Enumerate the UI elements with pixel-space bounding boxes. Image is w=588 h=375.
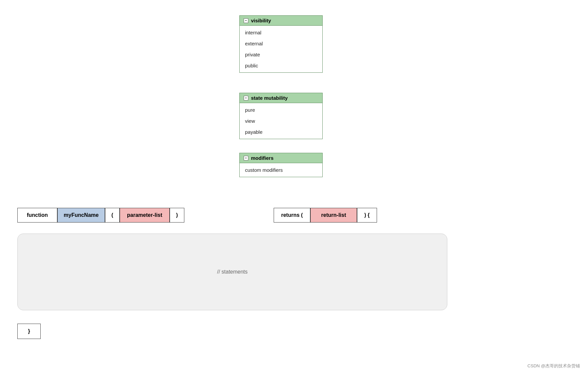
token-returns: returns ( bbox=[274, 208, 310, 223]
list-item: payable bbox=[240, 126, 322, 137]
modifiers-body: custom modifiers bbox=[240, 163, 322, 177]
token-funcname: myFuncName bbox=[57, 208, 105, 223]
token-close-paren: ) bbox=[170, 208, 184, 223]
list-item: view bbox=[240, 115, 322, 126]
list-item: public bbox=[240, 60, 322, 71]
token-close-brace-open: ) { bbox=[357, 208, 377, 223]
visibility-body: internal external private public bbox=[240, 26, 322, 72]
close-brace-token: } bbox=[17, 324, 41, 339]
syntax-row: function myFuncName ( parameter-list ) r… bbox=[17, 208, 377, 223]
state-mutability-header: − state mutability bbox=[240, 93, 322, 103]
visibility-title: visibility bbox=[251, 18, 271, 23]
state-mutability-body: pure view payable bbox=[240, 103, 322, 139]
state-mutability-collapse-icon[interactable]: − bbox=[244, 96, 248, 100]
diagram-container: − visibility internal external private p… bbox=[0, 0, 588, 375]
state-mutability-box: − state mutability pure view payable bbox=[239, 93, 323, 139]
list-item: internal bbox=[240, 27, 322, 38]
visibility-box: − visibility internal external private p… bbox=[239, 15, 323, 73]
statements-box: // statements bbox=[17, 234, 447, 310]
list-item: pure bbox=[240, 104, 322, 115]
token-parameter-list: parameter-list bbox=[120, 208, 170, 223]
modifiers-header: − modifiers bbox=[240, 153, 322, 163]
visibility-header: − visibility bbox=[240, 16, 322, 26]
token-open-paren: ( bbox=[105, 208, 120, 223]
visibility-collapse-icon[interactable]: − bbox=[244, 18, 248, 23]
token-function: function bbox=[17, 208, 57, 223]
token-return-list: return-list bbox=[310, 208, 357, 223]
state-mutability-title: state mutability bbox=[251, 95, 288, 101]
modifiers-collapse-icon[interactable]: − bbox=[244, 156, 248, 160]
statements-text: // statements bbox=[217, 269, 248, 275]
modifiers-title: modifiers bbox=[251, 155, 274, 161]
modifiers-box: − modifiers custom modifiers bbox=[239, 153, 323, 177]
list-item: custom modifiers bbox=[240, 164, 322, 175]
watermark: CSDN @杰哥的技术杂货铺 bbox=[527, 363, 580, 369]
list-item: private bbox=[240, 49, 322, 60]
list-item: external bbox=[240, 38, 322, 49]
